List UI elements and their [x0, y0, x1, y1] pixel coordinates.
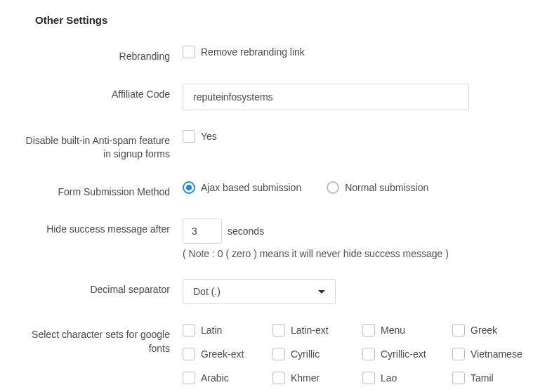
charset-item[interactable]: Lao — [362, 372, 445, 384]
rebranding-label: Rebranding — [21, 46, 183, 64]
decimal-label: Decimal separator — [21, 279, 183, 297]
row-submission: Form Submission Method Ajax based submis… — [21, 181, 538, 200]
rebranding-checkbox-wrap[interactable]: Remove rebranding link — [183, 46, 305, 58]
charset-label: Arabic — [201, 372, 229, 384]
row-hide-success: Hide success message after seconds ( Not… — [21, 218, 538, 259]
charset-label: Vietnamese — [471, 348, 522, 360]
affiliate-code-input[interactable] — [183, 84, 469, 110]
charset-checkbox[interactable] — [183, 348, 195, 360]
charset-item[interactable]: Khmer — [272, 372, 355, 384]
submission-radio-normal-wrap[interactable]: Normal submission — [327, 181, 428, 194]
charset-item[interactable]: Arabic — [183, 372, 265, 384]
charset-item[interactable]: Greek — [452, 324, 535, 337]
caret-down-icon — [318, 290, 325, 294]
charset-item[interactable]: Cyrillic — [272, 348, 355, 360]
charset-item[interactable]: Latin-ext — [272, 324, 355, 337]
charset-checkbox[interactable] — [452, 324, 465, 337]
hide-success-label: Hide success message after — [21, 218, 183, 237]
charset-checkbox[interactable] — [452, 372, 465, 384]
row-rebranding: Rebranding Remove rebranding link — [21, 46, 538, 64]
charset-checkbox[interactable] — [183, 372, 195, 384]
charset-item[interactable]: Vietnamese — [452, 348, 535, 360]
charset-label: Latin — [201, 325, 222, 336]
charset-label: Latin-ext — [291, 325, 329, 336]
charset-label: Cyrillic-ext — [381, 348, 426, 360]
charset-item[interactable]: Menu — [362, 324, 445, 337]
row-decimal: Decimal separator Dot (.) — [21, 279, 538, 304]
charset-item[interactable]: Greek-ext — [183, 348, 265, 360]
decimal-selected-value: Dot (.) — [193, 286, 221, 297]
decimal-separator-select[interactable]: Dot (.) — [183, 279, 336, 304]
charset-label: Menu — [381, 325, 405, 336]
hide-success-note: ( Note : 0 ( zero ) means it will never … — [183, 248, 449, 259]
row-antispam: Disable built-in Anti-spam feature in si… — [21, 130, 538, 162]
charset-item[interactable]: Latin — [183, 324, 265, 337]
charset-label: Khmer — [291, 372, 320, 384]
antispam-checkbox[interactable] — [183, 130, 195, 143]
affiliate-label: Affiliate Code — [21, 84, 183, 102]
charset-item[interactable]: Cyrillic-ext — [362, 348, 445, 360]
antispam-checkbox-wrap[interactable]: Yes — [183, 130, 217, 143]
charset-grid: LatinLatin-extMenuGreekGreek-extCyrillic… — [183, 324, 535, 392]
charset-label: Greek-ext — [201, 348, 244, 360]
submission-radio-ajax[interactable] — [183, 181, 195, 194]
charset-checkbox[interactable] — [272, 372, 285, 384]
charset-checkbox[interactable] — [183, 324, 195, 337]
charset-item[interactable]: Tamil — [452, 372, 535, 384]
charset-label: Greek — [471, 325, 497, 336]
rebranding-checkbox[interactable] — [183, 46, 195, 58]
antispam-label: Disable built-in Anti-spam feature in si… — [21, 130, 183, 162]
hide-success-seconds-input[interactable] — [183, 218, 222, 244]
charset-label: Cyrillic — [291, 348, 320, 360]
charset-checkbox[interactable] — [452, 348, 465, 360]
charset-checkbox[interactable] — [272, 348, 285, 360]
charset-checkbox[interactable] — [362, 372, 375, 384]
charset-checkbox[interactable] — [362, 348, 375, 360]
submission-radio-normal-label: Normal submission — [345, 182, 428, 193]
charset-label: Tamil — [471, 372, 494, 384]
charsets-label: Select character sets for google fonts — [21, 324, 183, 355]
rebranding-checkbox-label: Remove rebranding link — [201, 46, 305, 58]
antispam-checkbox-label: Yes — [201, 131, 217, 142]
submission-radio-normal[interactable] — [327, 181, 339, 194]
submission-label: Form Submission Method — [21, 181, 183, 200]
submission-radio-ajax-label: Ajax based submission — [201, 182, 301, 193]
section-title: Other Settings — [35, 14, 538, 26]
charset-checkbox[interactable] — [272, 324, 285, 337]
charset-checkbox[interactable] — [362, 324, 375, 337]
row-charsets: Select character sets for google fonts L… — [21, 324, 538, 392]
hide-success-unit: seconds — [228, 226, 264, 237]
submission-radio-ajax-wrap[interactable]: Ajax based submission — [183, 181, 301, 194]
row-affiliate: Affiliate Code — [21, 84, 538, 110]
charset-label: Lao — [381, 372, 397, 384]
